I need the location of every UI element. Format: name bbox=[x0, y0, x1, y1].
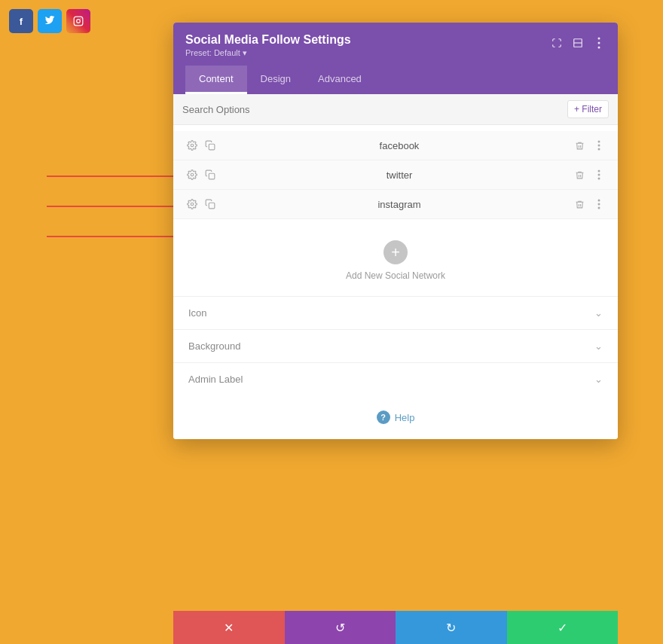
twitter-network-name: twitter bbox=[226, 169, 573, 181]
undo-button[interactable]: ↺ bbox=[285, 611, 396, 644]
filter-button[interactable]: + Filter bbox=[567, 100, 609, 118]
section-admin-label[interactable]: Admin Label ⌄ bbox=[173, 362, 618, 395]
facebook-delete-icon[interactable] bbox=[573, 139, 586, 152]
twitter-settings-icon[interactable] bbox=[185, 168, 199, 182]
svg-point-23 bbox=[598, 178, 600, 180]
help-label: Help bbox=[395, 412, 415, 423]
twitter-item-icons bbox=[185, 168, 217, 182]
network-item-instagram: instagram bbox=[173, 190, 618, 219]
add-circle-icon: + bbox=[383, 240, 408, 264]
facebook-copy-icon[interactable] bbox=[203, 139, 217, 152]
fullscreen-icon[interactable] bbox=[550, 36, 564, 50]
twitter-more-icon[interactable] bbox=[592, 168, 606, 182]
save-icon: ✓ bbox=[558, 621, 567, 635]
twitter-actions bbox=[573, 168, 606, 182]
facebook-more-icon[interactable] bbox=[592, 139, 606, 152]
dialog-tabs: Content Design Advanced bbox=[173, 66, 618, 94]
section-admin-label-text: Admin Label bbox=[188, 374, 243, 385]
svg-point-16 bbox=[598, 141, 600, 143]
svg-point-13 bbox=[598, 47, 600, 49]
svg-rect-25 bbox=[209, 203, 215, 209]
layout-icon[interactable] bbox=[571, 36, 585, 50]
svg-point-1 bbox=[77, 20, 81, 23]
network-item-facebook: facebook bbox=[173, 131, 618, 160]
instagram-actions bbox=[573, 197, 606, 211]
add-network-button[interactable]: + Add New Social Network bbox=[173, 225, 618, 296]
svg-point-2 bbox=[81, 18, 81, 19]
section-icon-label: Icon bbox=[188, 307, 207, 319]
twitter-copy-icon[interactable] bbox=[203, 168, 217, 182]
instagram-copy-icon[interactable] bbox=[203, 197, 217, 211]
cancel-icon: ✕ bbox=[224, 621, 234, 635]
dialog-body: facebook bbox=[173, 125, 618, 439]
dialog-title: Social Media Follow Settings bbox=[185, 33, 351, 47]
facebook-settings-icon[interactable] bbox=[185, 139, 199, 152]
section-background[interactable]: Background ⌄ bbox=[173, 329, 618, 362]
svg-point-22 bbox=[598, 174, 600, 176]
arrow-facebook bbox=[47, 169, 182, 183]
undo-icon: ↺ bbox=[335, 621, 345, 635]
twitter-delete-icon[interactable] bbox=[573, 168, 586, 182]
settings-dialog: Social Media Follow Settings Preset: Def… bbox=[173, 23, 618, 439]
svg-point-17 bbox=[598, 145, 600, 147]
dialog-title-group: Social Media Follow Settings Preset: Def… bbox=[185, 33, 351, 58]
redo-button[interactable]: ↻ bbox=[396, 611, 507, 644]
instagram-icon-btn[interactable] bbox=[66, 9, 90, 33]
svg-point-24 bbox=[191, 203, 194, 206]
action-bar: ✕ ↺ ↻ ✓ bbox=[173, 611, 618, 644]
cancel-button[interactable]: ✕ bbox=[173, 611, 285, 644]
help-icon: ? bbox=[377, 411, 390, 424]
tab-design[interactable]: Design bbox=[247, 66, 304, 94]
svg-point-21 bbox=[598, 170, 600, 172]
instagram-network-name: instagram bbox=[226, 199, 573, 210]
svg-rect-20 bbox=[209, 173, 215, 179]
instagram-delete-icon[interactable] bbox=[573, 197, 586, 211]
redo-icon: ↻ bbox=[446, 621, 456, 635]
dialog-preset[interactable]: Preset: Default ▾ bbox=[185, 48, 351, 58]
dialog-header: Social Media Follow Settings Preset: Def… bbox=[173, 23, 618, 66]
network-list: facebook bbox=[173, 125, 618, 225]
arrow-instagram-container bbox=[47, 230, 182, 246]
arrow-twitter-container bbox=[47, 200, 182, 216]
save-button[interactable]: ✓ bbox=[507, 611, 619, 644]
facebook-actions bbox=[573, 139, 606, 152]
svg-point-26 bbox=[598, 200, 600, 202]
more-options-icon[interactable] bbox=[592, 36, 606, 50]
facebook-icon-btn[interactable]: f bbox=[9, 9, 33, 33]
facebook-item-icons bbox=[185, 139, 217, 152]
section-icon-chevron: ⌄ bbox=[594, 307, 603, 319]
instagram-more-icon[interactable] bbox=[592, 197, 606, 211]
dialog-header-icons bbox=[550, 36, 606, 50]
social-icons-bar: f bbox=[9, 9, 90, 33]
tab-content[interactable]: Content bbox=[185, 66, 247, 94]
svg-rect-0 bbox=[74, 17, 83, 26]
svg-point-11 bbox=[598, 38, 600, 40]
search-bar: + Filter bbox=[173, 94, 618, 125]
svg-point-19 bbox=[191, 173, 194, 176]
search-input[interactable] bbox=[182, 104, 561, 115]
instagram-settings-icon[interactable] bbox=[185, 197, 199, 211]
network-item-twitter: twitter bbox=[173, 160, 618, 190]
section-icon[interactable]: Icon ⌄ bbox=[173, 296, 618, 329]
svg-point-14 bbox=[191, 144, 194, 147]
svg-point-28 bbox=[598, 207, 600, 209]
svg-point-27 bbox=[598, 203, 600, 206]
help-row[interactable]: ? Help bbox=[173, 395, 618, 439]
tab-advanced[interactable]: Advanced bbox=[304, 66, 375, 94]
arrow-instagram bbox=[47, 230, 182, 243]
svg-point-12 bbox=[598, 42, 600, 44]
arrow-twitter bbox=[47, 200, 182, 213]
svg-point-18 bbox=[598, 148, 600, 151]
twitter-icon-btn[interactable] bbox=[38, 9, 62, 33]
facebook-network-name: facebook bbox=[226, 140, 573, 151]
instagram-item-icons bbox=[185, 197, 217, 211]
add-network-label: Add New Social Network bbox=[346, 270, 445, 281]
section-admin-chevron: ⌄ bbox=[594, 374, 603, 385]
section-background-chevron: ⌄ bbox=[594, 340, 603, 352]
arrow-indicators bbox=[47, 169, 182, 186]
svg-rect-15 bbox=[209, 144, 215, 150]
section-background-label: Background bbox=[188, 340, 240, 352]
